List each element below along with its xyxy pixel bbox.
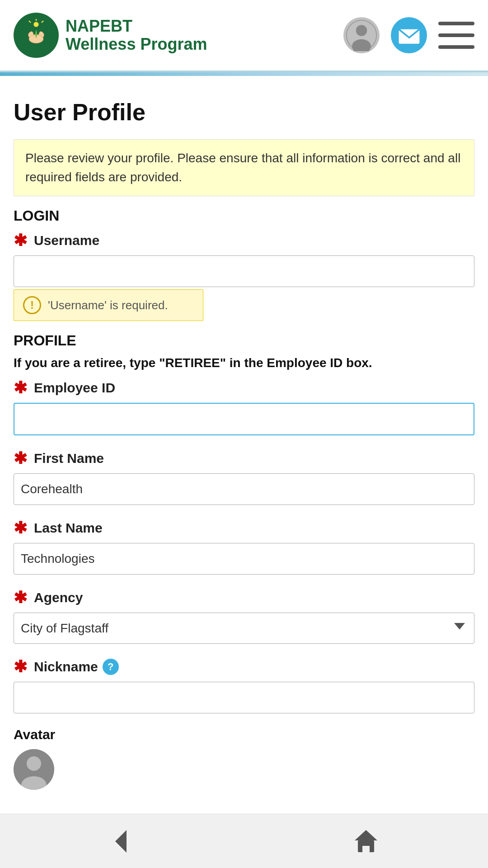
error-icon: ! xyxy=(23,296,41,314)
nickname-input[interactable] xyxy=(14,682,474,713)
username-input[interactable] xyxy=(14,255,474,287)
first-name-label: First Name xyxy=(34,451,104,466)
last-name-label-row: ✱ Last Name xyxy=(14,519,474,538)
username-field-group: ✱ Username ! 'Username' is required. xyxy=(14,231,474,321)
nickname-label: Nickname xyxy=(34,659,98,675)
agency-label-row: ✱ Agency xyxy=(14,588,474,607)
svg-rect-16 xyxy=(362,846,370,852)
login-section: LOGIN ✱ Username ! 'Username' is require… xyxy=(14,208,474,321)
agency-label: Agency xyxy=(34,590,83,605)
last-name-required-star: ✱ xyxy=(14,519,27,538)
menu-line-3 xyxy=(438,45,474,49)
info-banner: Please review your profile. Please ensur… xyxy=(14,139,474,196)
logo-name: NAPEBT xyxy=(66,17,207,35)
mail-icon xyxy=(391,17,427,53)
username-required-star: ✱ xyxy=(14,231,27,250)
first-name-field-group: ✱ First Name xyxy=(14,449,474,507)
nickname-label-row: ✱ Nickname ? xyxy=(14,657,474,676)
menu-line-2 xyxy=(438,33,474,37)
svg-point-1 xyxy=(33,22,38,27)
logo-icon xyxy=(14,13,59,58)
home-nav-button[interactable] xyxy=(339,823,393,859)
svg-marker-13 xyxy=(115,830,127,853)
svg-point-11 xyxy=(27,756,41,771)
employee-id-label-row: ✱ Employee ID xyxy=(14,378,474,397)
employee-id-field-group: ✱ Employee ID xyxy=(14,378,474,438)
logo-subtext: Wellness Program xyxy=(66,35,207,53)
employee-id-input[interactable] xyxy=(14,403,474,435)
username-error-box: ! 'Username' is required. xyxy=(14,289,203,321)
nickname-help-icon[interactable]: ? xyxy=(103,659,119,675)
svg-point-7 xyxy=(356,25,367,36)
profile-section-title: PROFILE xyxy=(14,332,474,349)
username-error-text: 'Username' is required. xyxy=(48,298,168,312)
retiree-note: If you are a retiree, type "RETIREE" in … xyxy=(14,356,474,370)
avatar-image[interactable] xyxy=(14,749,54,790)
agency-field-group: ✱ Agency City of FlagstaffOther Agency xyxy=(14,588,474,646)
nickname-required-star: ✱ xyxy=(14,657,27,676)
page-title: User Profile xyxy=(14,90,474,130)
first-name-required-star: ✱ xyxy=(14,449,27,468)
svg-marker-14 xyxy=(355,830,377,840)
username-label-row: ✱ Username xyxy=(14,231,474,250)
login-section-title: LOGIN xyxy=(14,208,474,224)
username-label: Username xyxy=(34,233,99,248)
nickname-label-with-help: Nickname ? xyxy=(34,659,119,675)
avatar-section: Avatar xyxy=(14,727,474,790)
profile-icon xyxy=(343,17,380,53)
gradient-bar xyxy=(0,72,488,76)
bottom-nav xyxy=(0,814,488,868)
last-name-field-group: ✱ Last Name xyxy=(14,519,474,577)
avatar-label: Avatar xyxy=(14,727,474,742)
back-nav-button[interactable] xyxy=(95,823,149,859)
mail-icon-button[interactable] xyxy=(391,17,427,53)
last-name-label: Last Name xyxy=(34,520,103,536)
app-header: NAPEBT Wellness Program xyxy=(0,0,488,72)
menu-button[interactable] xyxy=(438,22,474,49)
back-icon xyxy=(108,828,136,855)
agency-required-star: ✱ xyxy=(14,588,27,607)
employee-id-required-star: ✱ xyxy=(14,378,27,397)
home-icon xyxy=(352,828,380,855)
logo-container: NAPEBT Wellness Program xyxy=(14,13,207,58)
menu-line-1 xyxy=(438,22,474,25)
employee-id-label: Employee ID xyxy=(34,380,115,396)
first-name-label-row: ✱ First Name xyxy=(14,449,474,468)
profile-section: PROFILE If you are a retiree, type "RETI… xyxy=(14,332,474,790)
agency-select[interactable]: City of FlagstaffOther Agency xyxy=(14,613,474,644)
profile-icon-button[interactable] xyxy=(343,17,380,53)
header-icons xyxy=(343,17,474,53)
first-name-input[interactable] xyxy=(14,473,474,505)
last-name-input[interactable] xyxy=(14,543,474,575)
logo-text-group: NAPEBT Wellness Program xyxy=(66,17,207,53)
nickname-field-group: ✱ Nickname ? xyxy=(14,657,474,716)
main-content: User Profile Please review your profile.… xyxy=(0,76,488,817)
